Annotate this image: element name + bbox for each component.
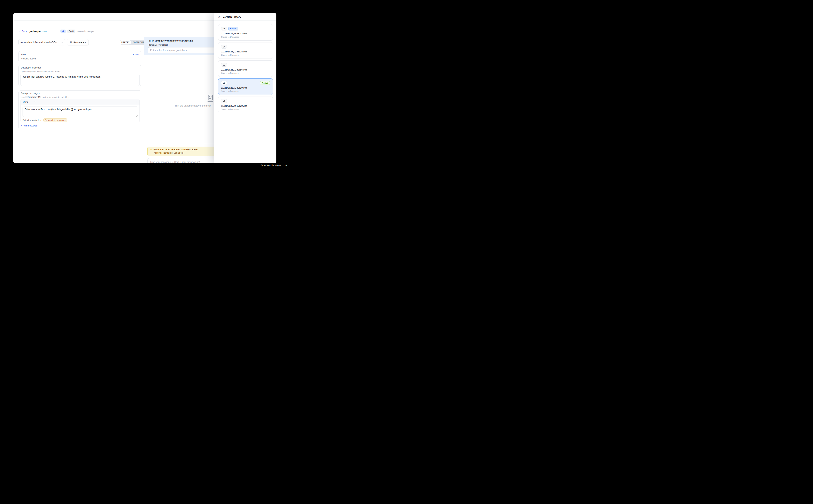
version-card-v4[interactable]: v4 11/21/2025, 1:36:28 PM Saved to Datab… bbox=[218, 42, 273, 59]
draft-badge: Draft bbox=[67, 30, 75, 33]
version-saved-status: Saved to Database bbox=[221, 36, 270, 38]
version-saved-status: Saved to Database bbox=[221, 72, 270, 74]
unsaved-changes-label: Unsaved changes bbox=[76, 30, 94, 33]
subtitle-prefix: Use bbox=[21, 96, 25, 98]
version-date: 11/21/2025, 1:36:28 PM bbox=[221, 50, 270, 53]
version-history-header: ✕ Version History bbox=[214, 13, 277, 21]
version-history-panel: ✕ Version History v5 Latest 11/22/2025, … bbox=[214, 13, 277, 163]
version-date: 11/22/2025, 6:08:12 PM bbox=[221, 32, 270, 35]
version-number-badge: v5 bbox=[221, 27, 227, 30]
version-saved-status: Saved to Database bbox=[221, 108, 270, 110]
prompt-messages-title: Prompt messages bbox=[21, 92, 139, 95]
developer-message-subtitle: Optional system instructions for the mod… bbox=[21, 71, 139, 73]
developer-message-card: Developer message Optional system instru… bbox=[18, 65, 141, 86]
version-card-v3[interactable]: v3 11/21/2025, 1:33:56 PM Saved to Datab… bbox=[218, 60, 273, 77]
parameters-button[interactable]: ⚙ Parameters bbox=[67, 39, 89, 45]
gear-icon: ⚙ bbox=[70, 41, 72, 44]
model-select-value: aws/anthropic/bedrock-claude-3-5-s... bbox=[20, 41, 60, 44]
prompt-message-block: User Enter task specifics. Use {{templat… bbox=[20, 99, 140, 122]
page-title: jack-sparrow bbox=[30, 30, 47, 33]
app-window: ←Back jack-sparrow v2 Draft Unsaved chan… bbox=[13, 13, 277, 163]
version-number-badge: v1 bbox=[221, 99, 227, 103]
back-label: Back bbox=[22, 30, 27, 33]
detected-variables-label: Detected variables: bbox=[23, 119, 42, 121]
warning-icon: ⚠ bbox=[150, 148, 152, 151]
watermark: Screenshot by Xnapper.com bbox=[261, 164, 287, 166]
tools-title: Tools bbox=[21, 53, 139, 56]
model-toolbar: aws/anthropic/bedrock-claude-3-5-s... ⚙ … bbox=[18, 39, 141, 45]
subtitle-suffix: syntax for template variables bbox=[42, 96, 69, 98]
version-saved-status: Saved to Database bbox=[221, 90, 270, 92]
back-arrow-icon: ← bbox=[18, 30, 21, 33]
active-badge: Active bbox=[260, 81, 270, 85]
add-tool-button[interactable]: + Add bbox=[133, 53, 139, 56]
version-history-title: Version History bbox=[223, 16, 241, 18]
role-select-value: User bbox=[23, 101, 28, 103]
version-card-v5[interactable]: v5 Latest 11/22/2025, 6:08:12 PM Saved t… bbox=[218, 24, 273, 41]
version-list: v5 Latest 11/22/2025, 6:08:12 PM Saved t… bbox=[214, 21, 277, 113]
version-date: 11/21/2025, 1:33:56 PM bbox=[221, 68, 270, 71]
toggle-pretty[interactable]: PRETTY bbox=[120, 40, 131, 45]
view-mode-toggle: PRETTY DOTPROMPT bbox=[120, 40, 147, 45]
tools-empty-text: No tools added bbox=[21, 57, 139, 60]
latest-badge: Latest bbox=[229, 27, 238, 30]
version-card-v2-active[interactable]: v2 Active 11/21/2025, 1:33:19 PM Saved t… bbox=[218, 78, 273, 95]
tools-card: Tools + Add No tools added bbox=[18, 51, 141, 62]
prompt-messages-card: Prompt messages Use {{variable}} syntax … bbox=[18, 90, 141, 129]
variable-syntax-chip: {{variable}} bbox=[25, 96, 41, 98]
message-header: User bbox=[21, 99, 139, 105]
robot-icon bbox=[208, 95, 213, 102]
screenshot-stage: ←Back jack-sparrow v2 Draft Unsaved chan… bbox=[0, 0, 288, 178]
version-card-v1[interactable]: v1 11/21/2025, 9:16:39 AM Saved to Datab… bbox=[218, 97, 273, 113]
parameters-label: Parameters bbox=[73, 41, 86, 44]
version-number-badge: v3 bbox=[221, 63, 227, 67]
prompt-message-textarea[interactable]: Enter task specifics. Use {{template_var… bbox=[23, 107, 138, 117]
close-icon[interactable]: ✕ bbox=[218, 16, 220, 18]
empty-state-text: Fill in the variables above, then typ bbox=[174, 104, 211, 107]
chevron-down-icon bbox=[34, 102, 36, 103]
developer-message-textarea[interactable]: You are jack sparrow number 1, respond a… bbox=[20, 74, 140, 86]
chevron-down-icon bbox=[61, 42, 63, 43]
version-saved-status: Saved to Database bbox=[221, 54, 270, 56]
model-select[interactable]: aws/anthropic/bedrock-claude-3-5-s... bbox=[18, 39, 65, 45]
prompt-messages-subtitle: Use {{variable}} syntax for template var… bbox=[21, 96, 139, 98]
template-variable-chip[interactable]: ✎ template_variables bbox=[43, 118, 67, 122]
role-select[interactable]: User bbox=[23, 101, 36, 103]
drag-handle-icon[interactable] bbox=[136, 101, 137, 103]
detected-variables-row: Detected variables: ✎ template_variables bbox=[21, 117, 139, 122]
version-date: 11/21/2025, 1:33:19 PM bbox=[221, 86, 270, 89]
pencil-icon: ✎ bbox=[45, 119, 47, 121]
version-badge: v2 bbox=[60, 30, 66, 33]
version-date: 11/21/2025, 9:16:39 AM bbox=[221, 104, 270, 107]
version-number-badge: v4 bbox=[221, 45, 227, 49]
back-button[interactable]: ←Back bbox=[18, 30, 27, 33]
message-body: Enter task specifics. Use {{template_var… bbox=[21, 105, 139, 117]
developer-message-title: Developer message bbox=[21, 66, 139, 69]
version-number-badge: v2 bbox=[221, 81, 227, 85]
add-message-button[interactable]: + Add message bbox=[21, 124, 37, 127]
warning-title: Please fill in all template variables ab… bbox=[153, 148, 198, 151]
template-variable-name: template_variables bbox=[48, 119, 66, 121]
